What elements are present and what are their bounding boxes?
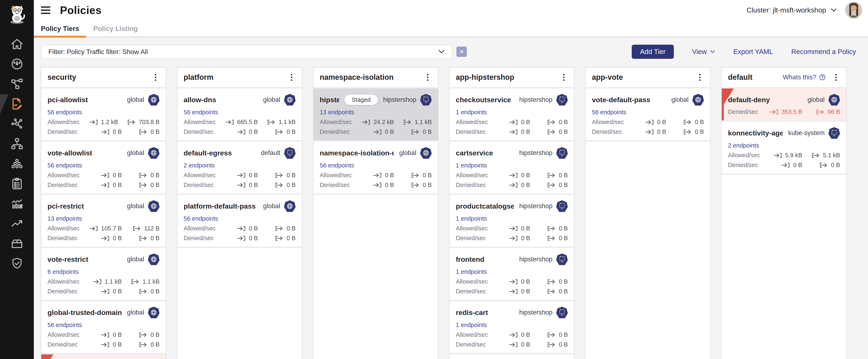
metric-value-out: 703.8 B: [139, 119, 159, 126]
tier-name: platform: [184, 73, 214, 82]
policy-card-allow-dns[interactable]: allow-dns global 56 endpoints Allowed/se…: [177, 88, 302, 140]
policy-card-cartservice[interactable]: cartservice hipstershop ns 1 endpoints A…: [450, 142, 574, 193]
metric-value-out: 112 B: [144, 225, 159, 232]
egress-icon: [275, 129, 284, 135]
policy-card-namespace-isolation-default-p[interactable]: namespace-isolation-default-p… global 56…: [313, 142, 438, 193]
policy-card-global-trusted-domains[interactable]: global-trusted-domains global 56 endpoin…: [41, 301, 166, 353]
metric-row: Allowed/sec 105.7 B 112 B: [48, 225, 159, 232]
sidebar-item-threat-defense[interactable]: [0, 254, 34, 274]
metric-row: Allowed/sec 0 B 0 B: [456, 225, 568, 232]
tier-cards-security: pci-allowlist global 56 endpoints Allowe…: [41, 88, 166, 359]
metric-value-in: 0 B: [249, 129, 258, 135]
metric-row: Denied/sec 0 B 0 B: [592, 129, 704, 135]
metric-value-out: 0 B: [559, 331, 568, 338]
egress-icon: [815, 109, 825, 115]
ingress-icon: [645, 119, 654, 125]
egress-icon: [547, 182, 556, 188]
sidebar-item-activity[interactable]: [0, 194, 34, 214]
sidebar-item-service-graph[interactable]: [0, 74, 34, 94]
hamburger-menu-icon[interactable]: [41, 6, 51, 14]
policy-card-frontend[interactable]: frontend hipstershop ns 1 endpoints Allo…: [450, 248, 574, 300]
user-avatar[interactable]: [845, 2, 862, 19]
tier-menu-kebab-icon[interactable]: [424, 73, 432, 82]
policy-card-pci-allowlist[interactable]: pci-allowlist global 56 endpoints Allowe…: [41, 88, 166, 140]
global-scope-icon: [420, 147, 432, 159]
sidebar-item-policies[interactable]: [0, 94, 34, 114]
cluster-selector[interactable]: Cluster: jlt-msft-workshop: [746, 6, 837, 14]
tier-menu-kebab-icon[interactable]: [151, 73, 159, 82]
policy-name: platform-default-pass: [184, 202, 256, 210]
recommend-policy-button[interactable]: Recommend a Policy: [791, 48, 856, 56]
endpoints-link[interactable]: 56 endpoints: [48, 322, 82, 328]
policy-card-productcatalogservice[interactable]: productcatalogservice hipstershop ns 1 e…: [450, 195, 574, 247]
sidebar-item-dashboard-gauge[interactable]: [0, 54, 34, 74]
metric-label: Allowed/sec: [184, 225, 216, 232]
policy-card-konnectivity-agent[interactable]: konnectivity-agent kube-system ns 2 endp…: [722, 122, 846, 173]
scope-label: global: [127, 96, 144, 104]
endpoints-link[interactable]: 1 endpoints: [456, 162, 487, 169]
whats-this-link[interactable]: Whats this?: [783, 74, 826, 81]
tier-menu-kebab-icon[interactable]: [832, 73, 840, 82]
endpoints-link[interactable]: 56 endpoints: [320, 162, 354, 169]
sidebar-item-home[interactable]: [0, 34, 34, 54]
policy-card-vote-restrict[interactable]: vote-restrict global 6 endpoints Allowed…: [41, 248, 166, 300]
endpoints-link[interactable]: 1 endpoints: [456, 109, 487, 116]
metric-row: Denied/sec 0 B 0 B: [320, 129, 432, 135]
sidebar-item-compliance-reports[interactable]: [0, 174, 34, 194]
chevron-down-icon: [831, 8, 837, 12]
egress-icon: [547, 172, 556, 178]
endpoints-link[interactable]: 13 endpoints: [320, 109, 354, 116]
endpoints-link[interactable]: 1 endpoints: [456, 269, 487, 275]
policy-card-vote-allowlist[interactable]: vote-allowlist global 56 endpoints Allow…: [41, 142, 166, 193]
policy-card-quarantine[interactable]: quarantine global 0 endpoints: [41, 354, 166, 359]
sidebar-item-trends[interactable]: [0, 214, 34, 234]
add-tier-button[interactable]: Add Tier: [632, 45, 674, 59]
metric-label: Denied/sec: [184, 182, 214, 188]
policy-card-platform-default-pass[interactable]: platform-default-pass global 56 endpoint…: [177, 195, 302, 247]
endpoints-link[interactable]: 1 endpoints: [456, 215, 487, 222]
metric-row: Allowed/sec 0 B 0 B: [456, 172, 568, 179]
policy-card-emailservice[interactable]: emailservice hipstershop ns 1 endpoints …: [450, 354, 574, 359]
endpoints-link[interactable]: 1 endpoints: [456, 322, 487, 328]
export-yaml-button[interactable]: Export YAML: [733, 48, 773, 56]
endpoints-link[interactable]: 56 endpoints: [592, 109, 626, 116]
view-menu-button[interactable]: View: [692, 48, 715, 56]
policy-card-hipstershop-gh[interactable]: hipstershop-gh…Staged hipstershop ns 13 …: [313, 88, 438, 140]
metric-label: Denied/sec: [48, 129, 78, 135]
tier-menu-kebab-icon[interactable]: [695, 73, 704, 82]
endpoints-link[interactable]: 2 endpoints: [184, 162, 215, 169]
endpoints-link[interactable]: 56 endpoints: [48, 109, 82, 116]
tier-menu-kebab-icon[interactable]: [287, 73, 296, 82]
policy-card-redis-cart[interactable]: redis-cart hipstershop ns 1 endpoints Al…: [450, 301, 574, 353]
endpoints-link[interactable]: 56 endpoints: [48, 162, 82, 169]
metric-value-in: 0 B: [521, 341, 530, 348]
policy-traffic-filter-select[interactable]: Filter: Policy Traffic filter: Show All: [41, 45, 452, 59]
endpoints-link[interactable]: 13 endpoints: [48, 215, 82, 222]
metric-value-in: 353.5 B: [781, 108, 802, 115]
policy-card-checkoutservice[interactable]: checkoutservice hipstershop ns 1 endpoin…: [450, 88, 574, 140]
tab-policy-tiers[interactable]: Policy Tiers: [34, 20, 86, 37]
policy-card-pci-restrict[interactable]: pci-restrict global 13 endpoints Allowed…: [41, 195, 166, 247]
endpoints-link[interactable]: 56 endpoints: [184, 109, 218, 116]
endpoints-link[interactable]: 6 endpoints: [48, 269, 79, 275]
metric-value-out: 0 B: [559, 172, 568, 179]
clear-filter-button[interactable]: ✕: [456, 47, 467, 57]
sidebar-item-endpoints[interactable]: [0, 134, 34, 154]
endpoints-link[interactable]: 56 endpoints: [184, 215, 218, 222]
metric-value-out: 1.1 kB: [415, 119, 432, 126]
ingress-icon: [101, 341, 110, 348]
metric-value-out: 0 B: [150, 172, 159, 179]
policy-card-default-deny[interactable]: default-deny global Denied/sec 353.5 B 9…: [722, 88, 846, 120]
endpoints-link[interactable]: 2 endpoints: [728, 142, 759, 149]
policy-name: default-deny: [728, 96, 770, 104]
policy-card-default-egress[interactable]: default-egress default ns 2 endpoints Al…: [177, 142, 302, 193]
metric-label: Denied/sec: [48, 341, 78, 348]
policy-card-vote-default-pass[interactable]: vote-default-pass global 56 endpoints Al…: [586, 88, 710, 140]
tab-policy-listing[interactable]: Policy Listing: [86, 20, 145, 37]
svg-text:ns: ns: [289, 154, 291, 157]
tier-menu-kebab-icon[interactable]: [559, 73, 568, 82]
sidebar-item-flow-visualizations[interactable]: [0, 114, 34, 134]
sidebar-item-packages[interactable]: [0, 234, 34, 254]
metric-value-out: 0 B: [286, 172, 296, 179]
sidebar-item-clusters[interactable]: [0, 154, 34, 174]
